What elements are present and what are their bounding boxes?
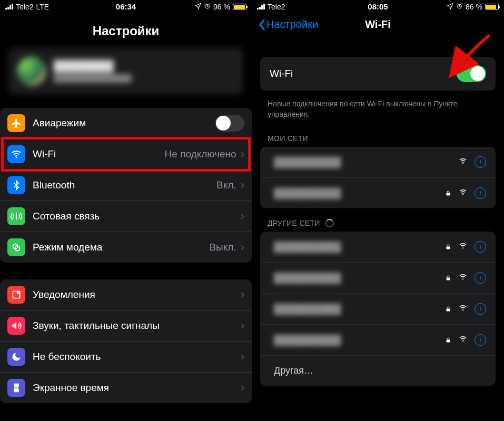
chevron-icon: › bbox=[241, 350, 244, 364]
nav-bar: Настройки Wi-Fi bbox=[252, 13, 504, 36]
spinner-icon bbox=[325, 219, 334, 227]
svg-rect-14 bbox=[447, 309, 450, 312]
carrier-label: Tele2 bbox=[16, 3, 33, 11]
network-name: ██████████ bbox=[274, 242, 341, 253]
row-airplane[interactable]: Авиарежим bbox=[0, 108, 252, 139]
row-value: Выкл. bbox=[209, 242, 236, 253]
row-label: Не беспокоить bbox=[33, 351, 101, 363]
svg-point-1 bbox=[16, 157, 17, 158]
wifi-signal-icon bbox=[458, 273, 468, 283]
status-bar-left: Tele2 LTE 06:34 96 % bbox=[0, 0, 252, 13]
svg-rect-8 bbox=[447, 193, 450, 196]
info-button[interactable]: i bbox=[475, 187, 486, 199]
back-label: Настройки bbox=[266, 18, 318, 31]
alarm-icon bbox=[456, 3, 463, 11]
status-bar-right: Tele2 08:05 86 % bbox=[252, 0, 504, 13]
page-title: Настройки bbox=[0, 13, 252, 48]
avatar bbox=[17, 56, 46, 86]
row-label: Сотовая связь bbox=[33, 210, 100, 222]
info-button[interactable]: i bbox=[475, 156, 486, 168]
info-button[interactable]: i bbox=[475, 334, 486, 346]
svg-point-13 bbox=[462, 279, 463, 280]
clock: 08:05 bbox=[368, 2, 388, 11]
network-name: ██████████ bbox=[274, 157, 341, 168]
airplane-icon bbox=[7, 114, 25, 132]
wifi-icon bbox=[7, 145, 25, 163]
airplane-toggle[interactable] bbox=[215, 115, 244, 132]
other-network-row[interactable]: Другая… bbox=[260, 356, 496, 386]
screentime-icon bbox=[7, 379, 25, 397]
other-networks-header: ДРУГИЕ СЕТИ bbox=[252, 213, 504, 232]
row-hotspot[interactable]: Режим модемаВыкл.› bbox=[0, 232, 252, 263]
lock-icon bbox=[445, 336, 451, 344]
row-notifications[interactable]: Уведомления› bbox=[0, 279, 252, 310]
row-bluetooth[interactable]: BluetoothВкл.› bbox=[0, 170, 252, 201]
battery-icon bbox=[233, 4, 246, 10]
apple-id-row[interactable]: ████████ ████████████████ bbox=[8, 48, 243, 94]
lock-icon bbox=[445, 189, 451, 197]
lock-icon bbox=[445, 243, 451, 250]
wifi-screen: Tele2 08:05 86 % Настройки Wi-Fi Wi-Fi Н… bbox=[252, 0, 504, 421]
svg-point-5 bbox=[17, 291, 20, 294]
wifi-signal-icon bbox=[458, 242, 468, 252]
my-network-row[interactable]: ██████████i bbox=[260, 147, 496, 178]
my-networks-group: ██████████i██████████i bbox=[260, 147, 496, 208]
chevron-icon: › bbox=[241, 381, 244, 395]
other-network-row[interactable]: ██████████i bbox=[260, 294, 496, 325]
row-value: Вкл. bbox=[216, 179, 236, 191]
notifications-icon bbox=[7, 286, 25, 304]
back-button[interactable]: Настройки bbox=[258, 18, 318, 31]
row-label: Режим модема bbox=[33, 242, 102, 253]
general-group: Уведомления›Звуки, тактильные сигналы›Не… bbox=[0, 279, 252, 403]
wifi-toggle-row[interactable]: Wi-Fi bbox=[260, 57, 496, 91]
battery-icon bbox=[485, 4, 499, 10]
svg-point-9 bbox=[462, 194, 463, 195]
row-wifi[interactable]: Wi-FiНе подключено› bbox=[0, 139, 252, 170]
other-networks-label: ДРУГИЕ СЕТИ bbox=[268, 219, 320, 227]
svg-point-7 bbox=[462, 163, 463, 164]
info-button[interactable]: i bbox=[475, 303, 486, 315]
my-network-row[interactable]: ██████████i bbox=[260, 178, 496, 208]
cellular-icon bbox=[7, 207, 25, 225]
row-dnd[interactable]: Не беспокоить› bbox=[0, 342, 252, 373]
other-network-row[interactable]: ██████████i bbox=[260, 263, 496, 294]
wifi-signal-icon bbox=[458, 304, 468, 314]
other-network-label: Другая… bbox=[274, 365, 313, 376]
row-sounds[interactable]: Звуки, тактильные сигналы› bbox=[0, 310, 252, 342]
row-label: Экранное время bbox=[33, 382, 109, 394]
svg-rect-16 bbox=[447, 340, 450, 343]
other-networks-group: ██████████i██████████i██████████i███████… bbox=[260, 232, 496, 386]
hotspot-icon bbox=[7, 238, 25, 256]
row-label: Уведомления bbox=[33, 289, 95, 300]
row-cellular[interactable]: Сотовая связь› bbox=[0, 201, 252, 232]
row-label: Звуки, тактильные сигналы bbox=[33, 320, 160, 332]
network-name: ██████████ bbox=[274, 273, 341, 284]
row-label: Авиарежим bbox=[33, 117, 86, 129]
location-icon bbox=[447, 3, 453, 11]
wifi-toggle-group: Wi-Fi bbox=[260, 57, 496, 91]
connectivity-group: АвиарежимWi-FiНе подключено›BluetoothВкл… bbox=[0, 108, 252, 263]
wifi-toggle[interactable] bbox=[457, 65, 486, 82]
row-value: Не подключено bbox=[165, 148, 236, 160]
row-label: Wi-Fi bbox=[33, 148, 56, 160]
battery-pct: 86 % bbox=[466, 3, 482, 11]
chevron-icon: › bbox=[241, 178, 244, 192]
svg-point-11 bbox=[462, 248, 463, 249]
chevron-icon: › bbox=[241, 288, 244, 302]
svg-point-17 bbox=[462, 341, 463, 342]
row-screentime[interactable]: Экранное время› bbox=[0, 373, 252, 403]
signal-icon bbox=[257, 4, 265, 9]
info-button[interactable]: i bbox=[475, 272, 486, 284]
svg-point-15 bbox=[462, 310, 463, 311]
chevron-icon: › bbox=[241, 240, 244, 254]
info-button[interactable]: i bbox=[475, 241, 486, 253]
other-network-row[interactable]: ██████████i bbox=[260, 232, 496, 263]
battery-pct: 96 % bbox=[213, 3, 230, 11]
wifi-label: Wi-Fi bbox=[270, 68, 293, 79]
bluetooth-icon bbox=[7, 176, 25, 194]
settings-screen: Tele2 LTE 06:34 96 % Настройки ████████ … bbox=[0, 0, 252, 421]
row-label: Bluetooth bbox=[33, 179, 75, 191]
chevron-icon: › bbox=[241, 319, 244, 333]
svg-rect-12 bbox=[447, 278, 450, 280]
other-network-row[interactable]: ██████████i bbox=[260, 325, 496, 356]
